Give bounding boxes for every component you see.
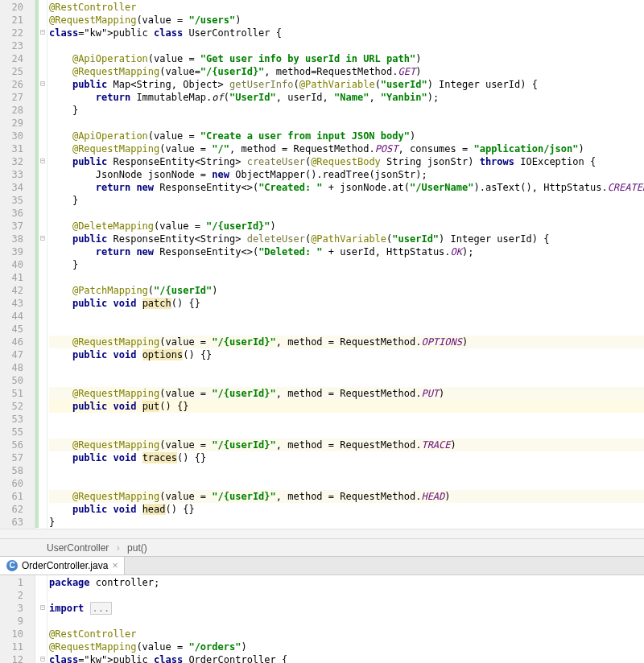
line-number[interactable]: 42 [0,284,23,297]
line-number[interactable]: 43 [0,297,23,310]
line-number[interactable]: 26 [0,78,23,91]
code-line[interactable] [49,361,644,374]
line-number[interactable]: 56 [0,439,23,451]
line-number[interactable]: 31 [0,142,23,155]
line-number[interactable]: 51 [0,387,23,400]
code-line[interactable]: package controller; [49,576,644,589]
code-line[interactable] [49,310,644,323]
code-line[interactable] [49,374,644,387]
code-line[interactable]: return ImmutableMap.of("UserId", userId,… [49,91,644,104]
code-line[interactable]: @RequestMapping(value = "/users") [49,14,644,27]
bottom-fold-strip[interactable]: ⊟⊟⊟ [39,575,47,663]
code-line[interactable] [49,413,644,426]
bottom-editor[interactable]: 1239101112131415161718 ⊟⊟⊟ package contr… [0,575,644,663]
code-line[interactable]: @DeleteMapping(value = "/{userId}") [49,220,644,233]
code-line[interactable]: @RequestMapping(value = "/{userId}", met… [49,387,644,400]
code-line[interactable]: @RestController [49,1,644,14]
line-number[interactable]: 55 [0,426,23,439]
line-number[interactable]: 22 [0,27,23,39]
breadcrumb-class[interactable]: UserController [47,542,109,554]
top-fold-strip[interactable]: ⊟⊟ ⊟ ⊟ [39,0,47,529]
tab-order-controller[interactable]: C OrderController.java × [0,557,125,574]
code-line[interactable]: public void traces() {} [49,451,644,464]
line-number[interactable]: 38 [0,233,23,245]
line-number[interactable]: 50 [0,374,23,387]
code-line[interactable]: @PatchMapping("/{userId") [49,284,644,297]
code-line[interactable]: public void put() {} [49,400,644,413]
line-number[interactable]: 2 [0,589,23,602]
code-line[interactable]: public void patch() {} [49,297,644,310]
code-line[interactable]: return new ResponseEntity<>("Created: " … [49,181,644,194]
top-code-area[interactable]: @RestController@RequestMapping(value = "… [47,0,644,529]
line-number[interactable]: 37 [0,220,23,233]
code-line[interactable]: @RequestMapping(value = "/orders") [49,640,644,653]
code-line[interactable] [49,477,644,490]
code-line[interactable] [49,117,644,130]
breadcrumb[interactable]: UserController › put() [0,538,644,556]
code-line[interactable]: @RequestMapping(value = "/{userId}", met… [49,336,644,348]
fold-toggle-icon[interactable]: ⊟ [39,653,47,663]
line-number[interactable]: 25 [0,65,23,78]
code-line[interactable]: @RequestMapping(value = "/{userId}", met… [49,490,644,503]
fold-toggle-icon[interactable]: ⊟ [39,154,47,167]
line-number[interactable]: 33 [0,168,23,181]
bottom-code-area[interactable]: package controller;import ...@RestContro… [47,575,644,663]
line-number[interactable]: 20 [0,1,23,14]
fold-toggle-icon[interactable]: ⊟ [39,232,47,245]
line-number[interactable]: 24 [0,52,23,65]
line-number[interactable]: 23 [0,39,23,52]
line-number[interactable]: 32 [0,155,23,168]
code-line[interactable]: @RequestMapping(value = "/", method = Re… [49,142,644,155]
code-line[interactable] [49,39,644,52]
code-line[interactable]: public void options() {} [49,348,644,361]
line-number[interactable]: 1 [0,576,23,589]
line-number[interactable]: 40 [0,258,23,271]
code-line[interactable] [49,426,644,439]
line-number[interactable]: 11 [0,640,23,653]
code-line[interactable]: public ResponseEntity<String> createUser… [49,155,644,168]
code-line[interactable]: } [49,194,644,207]
code-line[interactable]: @ApiOperation(value = "Get user info by … [49,52,644,65]
line-number[interactable]: 47 [0,348,23,361]
line-number[interactable]: 46 [0,336,23,348]
fold-toggle-icon[interactable]: ⊟ [39,26,47,39]
code-line[interactable] [49,615,644,628]
line-number[interactable]: 45 [0,323,23,336]
line-number[interactable]: 44 [0,310,23,323]
top-editor[interactable]: 2021222324252627282930313233343536373839… [0,0,644,529]
code-line[interactable]: class="kw">public class UserController { [49,27,644,39]
code-line[interactable]: public Map<String, Object> getUserInfo(@… [49,78,644,91]
bottom-line-gutter[interactable]: 1239101112131415161718 [0,575,35,663]
code-line[interactable]: return new ResponseEntity<>("Deleted: " … [49,245,644,258]
code-line[interactable]: } [49,104,644,117]
code-line[interactable] [49,589,644,602]
line-number[interactable]: 60 [0,477,23,490]
line-number[interactable]: 48 [0,361,23,374]
code-line[interactable] [49,207,644,220]
code-line[interactable] [49,271,644,284]
code-line[interactable]: import ... [49,602,644,615]
code-line[interactable]: public void head() {} [49,503,644,516]
line-number[interactable]: 21 [0,14,23,27]
code-line[interactable]: class="kw">public class OrderController … [49,653,644,663]
code-line[interactable]: JsonNode jsonNode = new ObjectMapper().r… [49,168,644,181]
code-line[interactable]: @RequestMapping(value="/{userId}", metho… [49,65,644,78]
line-number[interactable]: 53 [0,413,23,426]
line-number[interactable]: 10 [0,628,23,640]
code-line[interactable]: @RequestMapping(value = "/{userId}", met… [49,439,644,451]
line-number[interactable]: 52 [0,400,23,413]
line-number[interactable]: 28 [0,104,23,117]
line-number[interactable]: 58 [0,464,23,477]
line-number[interactable]: 35 [0,194,23,207]
line-number[interactable]: 41 [0,271,23,284]
line-number[interactable]: 9 [0,615,23,628]
code-line[interactable]: } [49,516,644,529]
line-number[interactable]: 63 [0,516,23,529]
code-line[interactable]: public ResponseEntity<String> deleteUser… [49,233,644,245]
top-line-gutter[interactable]: 2021222324252627282930313233343536373839… [0,0,35,529]
top-horizontal-scrollbar[interactable] [0,529,644,538]
breadcrumb-method[interactable]: put() [127,542,147,554]
line-number[interactable]: 27 [0,91,23,104]
line-number[interactable]: 57 [0,451,23,464]
line-number[interactable]: 3 [0,602,23,615]
